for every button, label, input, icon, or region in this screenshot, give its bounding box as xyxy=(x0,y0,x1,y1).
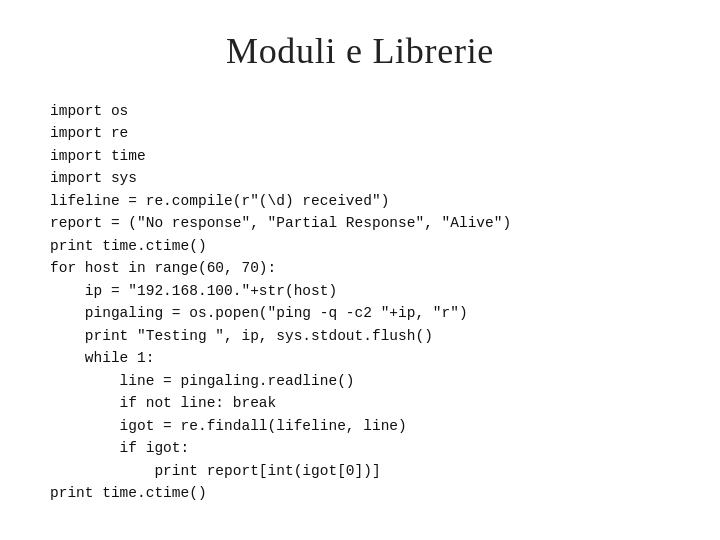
slide: Moduli e Librerie import os import re im… xyxy=(0,0,720,540)
code-block: import os import re import time import s… xyxy=(40,100,680,504)
slide-title: Moduli e Librerie xyxy=(226,30,494,72)
